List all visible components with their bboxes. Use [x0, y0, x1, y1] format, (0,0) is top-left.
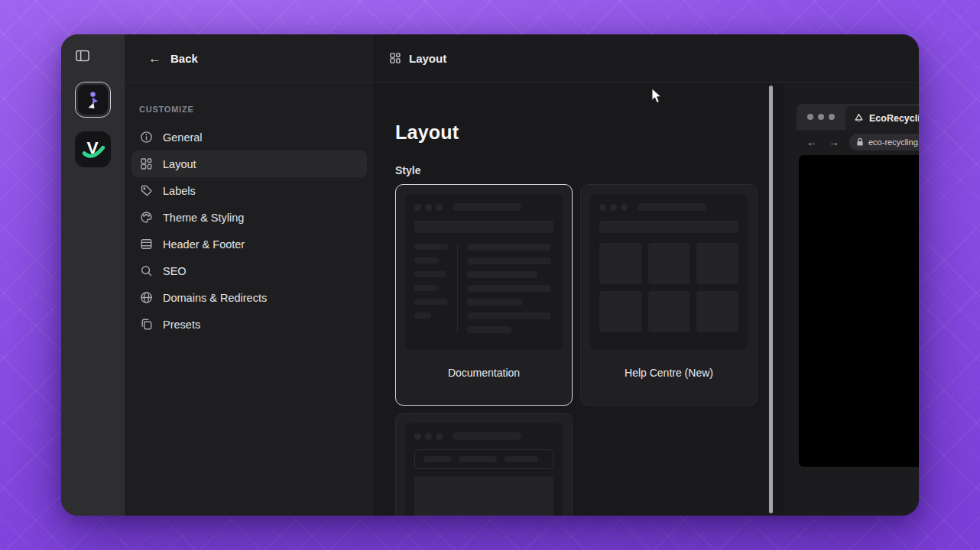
palette-icon: [140, 211, 153, 224]
workspace-v[interactable]: V: [75, 131, 111, 167]
sidebar-item-seo[interactable]: SEO: [131, 257, 367, 284]
topbar-title: Layout: [409, 52, 446, 65]
address-bar[interactable]: eco-recycling.ins: [849, 134, 919, 150]
sidebar-item-label: Presets: [163, 319, 200, 331]
page-title: Layout: [395, 121, 770, 144]
sidebar-item-label: General: [163, 131, 203, 144]
style-card-preview: [405, 423, 563, 516]
style-card-nav-clipped[interactable]: [395, 413, 573, 516]
globe-icon: [140, 291, 153, 304]
back-arrow-icon: ←: [148, 52, 161, 65]
traffic-dot: [818, 114, 824, 120]
style-card-label: Documentation: [405, 350, 563, 396]
sidebar-item-presets[interactable]: Presets: [131, 311, 367, 338]
address-url: eco-recycling.ins: [868, 138, 919, 147]
sidebar-item-label: Layout: [163, 158, 196, 170]
search-icon: [140, 264, 153, 277]
layout-grid-icon: [140, 157, 153, 170]
style-options: DocumentationHelp Centre (New): [395, 184, 758, 516]
style-card-help-centre-new[interactable]: Help Centre (New): [580, 184, 758, 406]
browser-tab[interactable]: EcoRecycli: [845, 106, 919, 130]
cursor-brand-icon: [83, 89, 104, 111]
style-card-documentation[interactable]: Documentation: [395, 184, 573, 406]
sidebar-item-header-footer[interactable]: Header & Footer: [131, 231, 367, 257]
sidebar-item-labels[interactable]: Labels: [131, 177, 367, 204]
sidebar-item-label: SEO: [163, 265, 187, 277]
browser-navrow: ← → eco-recycling.ins: [797, 130, 919, 154]
content-topbar: Layout: [375, 34, 919, 82]
sidebar-item-layout[interactable]: Layout: [131, 150, 367, 177]
settings-sidebar: ← Back CUSTOMIZE GeneralLayoutLabelsThem…: [125, 34, 375, 516]
back-label: Back: [170, 52, 198, 65]
vertical-scrollbar[interactable]: [769, 86, 773, 513]
browser-forward-icon[interactable]: →: [829, 137, 839, 147]
workspace-current[interactable]: [75, 82, 111, 118]
presets-icon: [140, 318, 153, 331]
traffic-lights: [797, 104, 845, 130]
browser-tabbar: EcoRecycli: [797, 104, 919, 130]
back-button[interactable]: ← Back: [125, 34, 374, 82]
layout-grid-icon: [389, 52, 401, 64]
sidebar-item-label: Labels: [163, 185, 196, 197]
traffic-dot: [829, 114, 835, 120]
sidebar-item-label: Header & Footer: [163, 238, 245, 251]
app-window: V ← Back CUSTOMIZE GeneralLayoutLabelsTh…: [61, 34, 919, 516]
lock-icon: [856, 138, 864, 147]
header-footer-icon: [140, 238, 153, 251]
sidebar-item-general[interactable]: General: [131, 124, 367, 150]
style-card-label: Help Centre (New): [590, 350, 748, 396]
style-card-preview: [590, 194, 748, 350]
customize-section-label: CUSTOMIZE: [139, 105, 367, 114]
workspace-rail: V: [61, 34, 125, 516]
info-icon: [140, 131, 153, 144]
recycle-icon: [854, 113, 864, 123]
site-preview-panel: EcoRecycli ← → eco-recycling.ins: [782, 83, 919, 516]
tab-title: EcoRecycli: [869, 113, 919, 124]
v-check-brand-icon: V: [78, 134, 109, 165]
traffic-dot: [807, 114, 813, 120]
sidebar-item-theme-styling[interactable]: Theme & Styling: [131, 204, 367, 231]
tag-icon: [140, 184, 153, 197]
panel-left-icon[interactable]: [75, 48, 90, 63]
browser-mockup: EcoRecycli ← → eco-recycling.ins: [797, 104, 919, 467]
style-section-label: Style: [395, 164, 770, 176]
sidebar-item-label: Theme & Styling: [163, 212, 244, 224]
sidebar-item-label: Domains & Redirects: [163, 292, 267, 304]
browser-back-icon[interactable]: ←: [806, 137, 817, 147]
style-card-preview: [405, 194, 563, 350]
sidebar-item-domains-redirects[interactable]: Domains & Redirects: [131, 284, 367, 311]
settings-content: Layout Style DocumentationHelp Centre (N…: [375, 83, 770, 516]
preview-page-content: [799, 155, 919, 467]
